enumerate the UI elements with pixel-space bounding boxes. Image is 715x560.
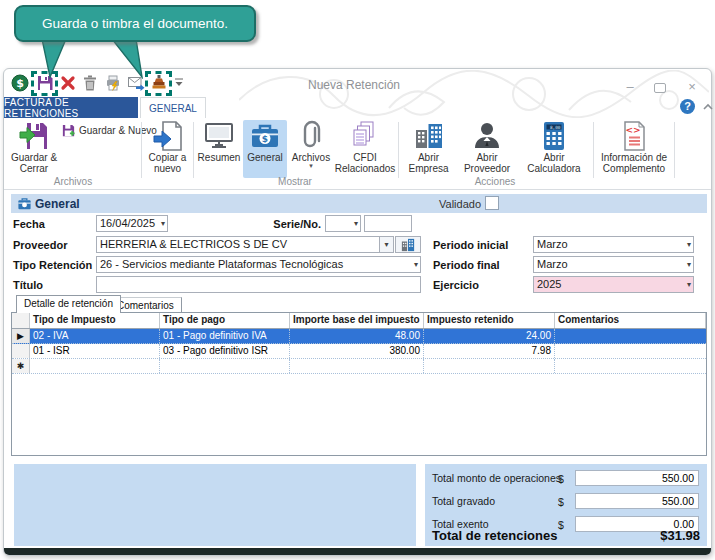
cell-empty[interactable] (30, 359, 160, 373)
serie-label: Serie/No. (269, 218, 321, 230)
informacion-complemento-button[interactable]: <> Información de Complemento (596, 120, 672, 178)
tooltip-pointer-icon (30, 39, 160, 79)
periodo-final-value: Marzo (537, 258, 568, 270)
monitor-icon (203, 120, 235, 152)
titulo-label: Título (13, 279, 43, 291)
copiar-a-nuevo-button[interactable]: Copiar a nuevo (144, 120, 191, 178)
total-monto-input[interactable]: 550.00 (575, 470, 699, 486)
complement-doc-icon: <> (618, 120, 650, 152)
cell-comentarios[interactable] (555, 329, 706, 343)
total-monto-label: Total monto de operaciones (432, 472, 561, 484)
cell-importe-base[interactable]: 48.00 (290, 329, 424, 343)
periodo-final-combo[interactable]: Marzo ▾ (533, 256, 694, 273)
collapse-ribbon-icon[interactable] (702, 102, 714, 112)
documents-stack-icon (349, 120, 381, 152)
abrir-empresa-label: Abrir Empresa (401, 152, 456, 174)
tipo-retencion-label: Tipo Retención (13, 259, 92, 271)
row-pointer-icon: ▶ (12, 329, 30, 343)
ejercicio-combo[interactable]: 2025 ▾ (533, 276, 694, 293)
abrir-proveedor-button[interactable]: Abrir Proveedor (458, 120, 516, 178)
guardar-cerrar-button[interactable]: Guardar & Cerrar (8, 120, 60, 178)
cell-impuesto-retenido[interactable]: 24.00 (424, 329, 555, 343)
cell-tipo-impuesto[interactable]: 02 - IVA (30, 329, 160, 343)
cell-tipo-impuesto[interactable]: 01 - ISR (30, 344, 160, 358)
total-gravado-currency: $ (558, 496, 564, 508)
grid-corner-cell (12, 313, 30, 328)
cell-importe-base[interactable]: 380.00 (290, 344, 424, 358)
abrir-calculadora-button[interactable]: 8,00 Abrir Calculadora (518, 120, 590, 178)
grid-row[interactable]: 01 - ISR 03 - Pago definitivo ISR 380.00… (12, 344, 706, 359)
buildings-small-icon (401, 238, 415, 252)
nueva-retencion-window: $ (3, 68, 712, 556)
tipo-retencion-value: 26 - Servicios mediante Plataformas Tecn… (100, 258, 343, 270)
window-bottom-bar (4, 548, 711, 555)
ejercicio-label: Ejercicio (433, 279, 479, 291)
row-selector[interactable] (12, 344, 30, 358)
proveedor-lookup-button[interactable] (395, 236, 421, 253)
periodo-final-dropdown-icon: ▾ (687, 260, 691, 269)
maximize-icon[interactable] (654, 83, 666, 93)
fecha-combo[interactable]: 16/04/2025 ▾ (96, 215, 168, 232)
proveedor-input[interactable]: HERRERIA & ELECTRICOS S DE CV (96, 236, 380, 253)
qat-menu-icon[interactable] (174, 74, 184, 92)
archivos-dropdown-icon: ▾ (309, 163, 313, 169)
col-tipo-pago[interactable]: Tipo de pago (160, 313, 290, 328)
total-retenciones-value: $31.98 (660, 528, 700, 543)
proveedor-dropdown-button[interactable]: ▾ (379, 236, 394, 253)
general-button[interactable]: $ General (243, 120, 287, 178)
periodo-inicial-label: Periodo inicial (433, 239, 508, 251)
proveedor-dropdown-icon: ▾ (384, 240, 388, 249)
total-gravado-label: Total gravado (432, 495, 495, 507)
archivos-button[interactable]: Archivos ▾ (289, 120, 333, 178)
window-title: Nueva Retención (254, 78, 454, 92)
validado-checkbox[interactable] (485, 196, 499, 210)
ejercicio-value: 2025 (537, 278, 561, 290)
serie-combo[interactable]: ▾ (325, 215, 361, 232)
tooltip-bubble: Guarda o timbra el documento. (14, 5, 256, 42)
svg-text:<>: <> (625, 125, 640, 135)
col-impuesto-retenido[interactable]: Impuesto retenido (424, 313, 555, 328)
cell-empty[interactable] (160, 359, 290, 373)
tab-detalle-de-retencion[interactable]: Detalle de retención (16, 295, 121, 313)
svg-text:$: $ (16, 77, 24, 90)
resumen-button[interactable]: Resumen (196, 120, 242, 178)
cfdi-relacionados-label: CFDI Relacionados (334, 152, 396, 174)
cell-empty[interactable] (555, 359, 706, 373)
calculator-icon: 8,00 (538, 120, 570, 152)
proveedor-label: Proveedor (13, 239, 67, 251)
guardar-nuevo-button[interactable]: Guardar & Nuevo (61, 123, 157, 138)
minimize-icon[interactable]: – (621, 79, 639, 95)
periodo-final-label: Periodo final (433, 259, 500, 271)
tipo-retencion-combo[interactable]: 26 - Servicios mediante Plataformas Tecn… (96, 256, 421, 273)
cell-tipo-pago[interactable]: 03 - Pago definitivo ISR (160, 344, 290, 358)
coin-dollar-icon[interactable]: $ (11, 74, 29, 92)
help-icon[interactable]: ? (680, 99, 695, 114)
resumen-label: Resumen (198, 152, 241, 163)
abrir-empresa-button[interactable]: Abrir Empresa (401, 120, 456, 178)
grid-row-selected[interactable]: ▶ 02 - IVA 01 - Pago definitivo IVA 48.0… (12, 329, 706, 344)
cell-empty[interactable] (290, 359, 424, 373)
cell-impuesto-retenido[interactable]: 7.98 (424, 344, 555, 358)
cell-tipo-pago[interactable]: 01 - Pago definitivo IVA (160, 329, 290, 343)
cell-comentarios[interactable] (555, 344, 706, 358)
ejercicio-dropdown-icon: ▾ (687, 280, 691, 289)
copy-new-icon (152, 120, 184, 152)
serie-dropdown-icon: ▾ (354, 219, 358, 228)
tab-general[interactable]: GENERAL (140, 97, 206, 118)
cell-empty[interactable] (424, 359, 555, 373)
col-tipo-impuesto[interactable]: Tipo de Impuesto (30, 313, 160, 328)
col-importe-base[interactable]: Importe base del impuesto (290, 313, 424, 328)
grid-new-row[interactable]: ✱ (12, 359, 706, 374)
group-label-archivos: Archivos (6, 176, 140, 187)
numero-input[interactable] (364, 215, 412, 232)
total-exento-currency: $ (558, 519, 564, 531)
close-icon[interactable]: × (683, 79, 701, 95)
col-comentarios[interactable]: Comentarios (555, 313, 706, 328)
total-monto-currency: $ (558, 473, 564, 485)
periodo-inicial-combo[interactable]: Marzo ▾ (533, 236, 694, 253)
tab-factura-de-retenciones[interactable]: FACTURA DE RETENCIONES (4, 97, 138, 118)
titulo-input[interactable] (96, 276, 421, 293)
cfdi-relacionados-button[interactable]: CFDI Relacionados (334, 120, 396, 178)
periodo-inicial-dropdown-icon: ▾ (687, 240, 691, 249)
total-gravado-input[interactable]: 550.00 (575, 493, 699, 509)
